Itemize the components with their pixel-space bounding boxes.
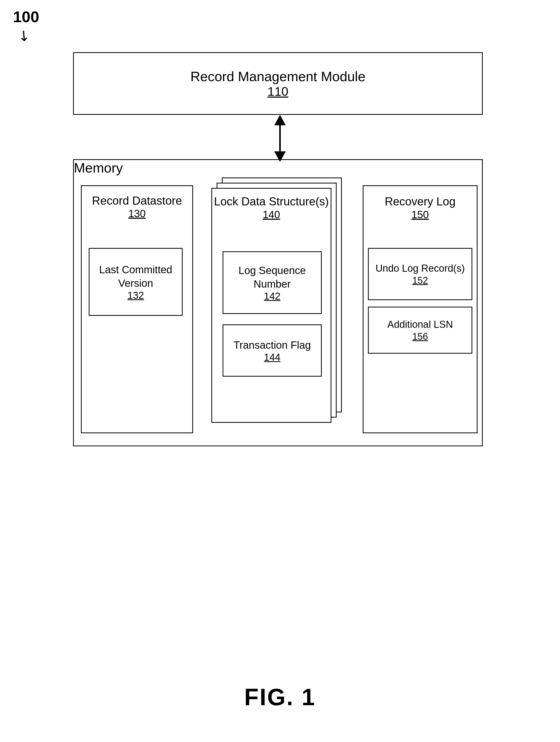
lcv-title: Last Committed Version [90, 263, 182, 290]
additional-lsn-number: 156 [412, 331, 428, 342]
fig-label: FIG. 1 [244, 684, 316, 711]
lock-number: 140 [263, 209, 280, 220]
undo-log-number: 152 [412, 275, 428, 286]
rmm-number: 110 [268, 84, 288, 99]
lock-area: Lock Data Structure(s) 140 Log Sequence … [206, 177, 347, 438]
diagram-id-label: 100 [13, 8, 39, 25]
additional-lsn-title: Additional LSN [387, 318, 453, 331]
lsn-title: Log Sequence Number [223, 264, 321, 291]
arrow-line [279, 125, 281, 151]
lcv-box: Last Committed Version 132 [89, 248, 183, 316]
lsn-box: Log Sequence Number 142 [223, 251, 322, 314]
arrow-up [274, 115, 286, 125]
lcv-number: 132 [127, 290, 144, 301]
undo-log-box: Undo Log Record(s) 152 [368, 248, 472, 300]
memory-title: Memory [74, 160, 123, 175]
undo-log-title: Undo Log Record(s) [376, 262, 465, 275]
recovery-log-title: Recovery Log [385, 194, 455, 209]
lsn-number: 142 [264, 291, 280, 302]
diagram-number: 100 ↘ [13, 8, 39, 44]
tf-title: Transaction Flag [233, 338, 311, 352]
additional-lsn-box: Additional LSN 156 [368, 307, 472, 354]
tf-box: Transaction Flag 144 [223, 324, 322, 377]
rmm-box: Record Management Module 110 [73, 52, 483, 115]
rmm-title: Record Management Module [190, 69, 366, 84]
lock-title: Lock Data Structure(s) [214, 194, 329, 209]
stack-front: Lock Data Structure(s) 140 Log Sequence … [211, 188, 331, 423]
tf-number: 144 [264, 352, 280, 363]
recovery-log-number: 150 [411, 209, 429, 220]
record-datastore-title: Record Datastore [92, 194, 182, 208]
record-datastore-number: 130 [128, 208, 146, 219]
diagram-root: 100 ↘ Record Management Module 110 Memor… [0, 0, 560, 742]
bidirectional-arrow [274, 115, 286, 162]
